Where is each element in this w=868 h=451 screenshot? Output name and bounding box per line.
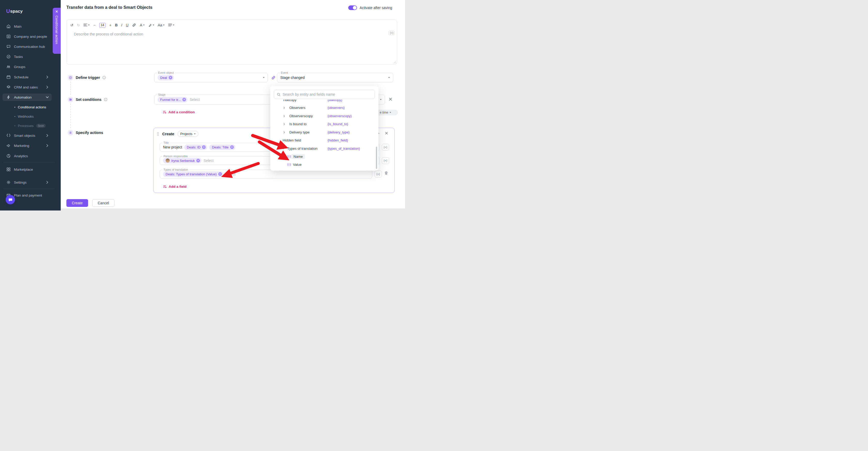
title-chip-deals-id: Deals: ID ✕	[184, 145, 207, 150]
event-object-field[interactable]: Event object Deal ✕	[154, 73, 268, 83]
sidebar: Uspacy Main Company and people Communica…	[0, 0, 61, 210]
stage-select-placeholder: Select	[190, 97, 200, 102]
link-button[interactable]	[132, 23, 136, 27]
uspacy-logo[interactable]: Uspacy	[6, 8, 23, 14]
sidebar-item-settings[interactable]: Settings	[3, 179, 52, 186]
add-condition-link[interactable]: Add a condition	[163, 110, 195, 114]
list-item-hidden-field[interactable]: Hidden field {hidden_field}	[270, 136, 376, 145]
paragraph-align-button[interactable]	[84, 24, 90, 27]
add-filter-icon	[163, 110, 167, 114]
stage-chip: Funnel for tr... ✕	[158, 97, 188, 103]
sidebar-item-analytics[interactable]: Analytics	[3, 152, 52, 160]
sidebar-item-communication[interactable]: Communication hub	[3, 43, 52, 50]
chip-remove-icon[interactable]: ✕	[230, 145, 234, 149]
align-button[interactable]	[168, 24, 175, 27]
sidebar-item-groups[interactable]: Groups	[3, 63, 52, 71]
remove-condition-icon[interactable]	[389, 97, 392, 101]
chip-remove-icon[interactable]: ✕	[182, 98, 186, 102]
list-item-titlecopy[interactable]: Titlecopy {titlecopy}	[270, 100, 376, 104]
chip-remove-icon[interactable]: ✕	[202, 145, 206, 149]
drag-handle-icon[interactable]	[157, 132, 159, 136]
types-of-translation-field[interactable]: Types of translation Deals: Types of tra…	[160, 170, 372, 178]
sidebar-item-smart-objects[interactable]: Smart objects	[3, 132, 52, 139]
chevron-right-icon	[45, 75, 50, 79]
caret-down-icon	[380, 99, 381, 100]
entity-select[interactable]: Projects	[178, 131, 198, 137]
insert-token-button[interactable]: {+}	[375, 171, 382, 177]
text-color-button[interactable]: A	[140, 23, 145, 27]
person-chip: Iryna Serbeniuk ✕	[163, 158, 202, 164]
list-item-types-of-translation[interactable]: Types of translation {types_of_translati…	[270, 145, 376, 153]
search-input[interactable]	[283, 92, 372, 96]
sidebar-subitem-webhooks[interactable]: Webhooks	[3, 113, 52, 119]
sidebar-item-company[interactable]: Company and people	[3, 33, 52, 40]
info-icon[interactable]	[102, 76, 106, 79]
sidebar-item-schedule[interactable]: Schedule	[3, 74, 52, 81]
chevron-right-icon	[283, 106, 286, 109]
font-size-box[interactable]: 14	[99, 23, 106, 28]
support-chat-button[interactable]	[6, 195, 15, 204]
sidebar-item-tasks[interactable]: Tasks	[3, 53, 52, 60]
chip-remove-icon[interactable]: ✕	[196, 159, 200, 162]
decrease-font-button[interactable]: −	[93, 23, 95, 27]
info-icon[interactable]	[104, 98, 107, 102]
sidebar-subitem-conditional-actions[interactable]: Conditional actions	[3, 104, 52, 110]
underline-button[interactable]: U	[126, 23, 128, 27]
redo-button[interactable]: ↻	[77, 23, 80, 27]
editor-placeholder: Describe the process of conditional acti…	[74, 32, 143, 36]
avatar	[165, 159, 170, 163]
sidebar-item-marketing[interactable]: Marketing	[3, 142, 52, 149]
toggle-knob	[353, 6, 356, 9]
undo-button[interactable]: ↺	[70, 23, 73, 27]
chip-remove-icon[interactable]: ✕	[218, 172, 222, 176]
logo-u-icon: U	[6, 8, 10, 14]
home-icon	[6, 24, 11, 29]
scrollbar[interactable]	[376, 147, 377, 169]
section-set-conditions: Set conditions	[68, 97, 107, 103]
insert-token-button[interactable]: {+}	[382, 144, 389, 150]
close-icon[interactable]	[55, 10, 58, 13]
title-chip-deals-title: Deals: Title ✕	[209, 145, 235, 150]
list-item-delivery-type[interactable]: Delivery type {delivery_type}	[270, 128, 376, 137]
text-style-button[interactable]: Aa	[158, 23, 164, 27]
link-fields-icon[interactable]	[271, 76, 276, 80]
bold-button[interactable]: B	[115, 23, 118, 27]
grid-icon	[6, 167, 11, 172]
toggle-label: Activate after saving	[360, 6, 392, 10]
insert-token-button[interactable]: {+}	[389, 31, 395, 35]
conditional-action-tab[interactable]: Conditional action	[53, 8, 61, 54]
chevron-down-icon	[282, 147, 285, 150]
list-child-name[interactable]: {··} Name	[270, 152, 376, 161]
list-child-value[interactable]: {··} Value	[270, 161, 376, 169]
caret-down-icon	[88, 25, 90, 26]
fields-dropdown-panel: Titlecopy {titlecopy} Observers {observe…	[270, 86, 378, 171]
highlight-button[interactable]	[148, 23, 154, 27]
italic-button[interactable]: I	[121, 23, 122, 27]
list-item-observerscopy[interactable]: Observerscopy {observerscopy}	[270, 112, 376, 120]
add-field-link[interactable]: Add a field	[163, 185, 187, 189]
resize-handle-icon[interactable]	[394, 61, 396, 63]
activate-toggle[interactable]	[348, 5, 357, 10]
close-card-icon[interactable]	[385, 131, 388, 135]
sidebar-item-marketplace[interactable]: Marketplace	[3, 166, 52, 173]
fields-list: Titlecopy {titlecopy} Observers {observe…	[270, 100, 376, 169]
sidebar-item-automation[interactable]: Automation	[3, 94, 52, 101]
chip-remove-icon[interactable]: ✕	[169, 76, 172, 79]
list-item-is-bound-to[interactable]: Is bound to {is_bound_to}	[270, 120, 376, 128]
create-button[interactable]: Create	[66, 199, 88, 207]
list-item-observers[interactable]: Observers {observers}	[270, 104, 376, 112]
cancel-button[interactable]: Cancel	[92, 199, 115, 207]
field-search	[274, 90, 375, 99]
sidebar-item-crm[interactable]: CRM and sales	[3, 84, 52, 91]
insert-token-button[interactable]: {+}	[382, 157, 389, 164]
delete-field-icon[interactable]	[384, 171, 388, 175]
chevron-right-icon	[45, 85, 50, 89]
editor-body[interactable]: Describe the process of conditional acti…	[67, 29, 397, 64]
calendar-icon	[6, 75, 11, 79]
sidebar-subitem-processes[interactable]: Processes Soon	[3, 122, 52, 129]
megaphone-icon	[6, 143, 11, 148]
sidebar-item-main[interactable]: Main	[3, 23, 52, 30]
event-field[interactable]: Event Stage changed	[277, 73, 393, 83]
field-token-icon: {··}	[287, 155, 291, 158]
increase-font-button[interactable]: +	[109, 23, 111, 27]
